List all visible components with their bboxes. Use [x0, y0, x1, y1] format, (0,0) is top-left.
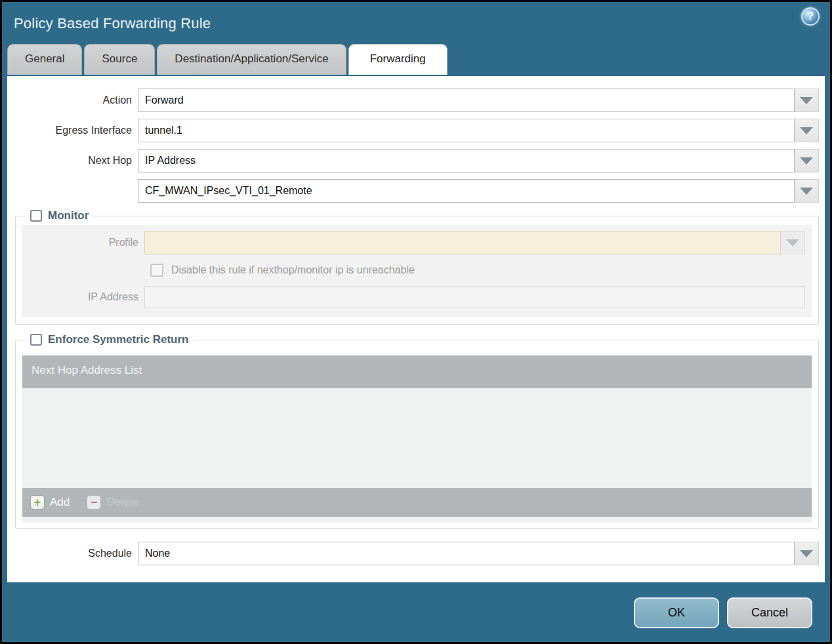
table-bottom-strip	[22, 517, 812, 523]
delete-button-label: Delete	[106, 496, 138, 509]
next-hop-address-table: Next Hop Address List + Add − Delete	[22, 355, 812, 523]
chevron-down-icon	[800, 550, 813, 557]
next-hop-select[interactable]: IP Address	[138, 149, 819, 172]
disable-rule-checkbox	[150, 264, 163, 277]
egress-interface-dropdown-button[interactable]	[795, 119, 819, 142]
symmetric-return-title: Enforce Symmetric Return	[48, 333, 188, 346]
disable-rule-label: Disable this rule if nexthop/monitor ip …	[171, 264, 415, 276]
ok-button[interactable]: OK	[634, 597, 719, 628]
action-value[interactable]: Forward	[138, 89, 795, 112]
monitor-ip-row: IP Address	[22, 286, 805, 308]
next-hop-address-row: CF_MWAN_IPsec_VTI_01_Remote	[15, 179, 819, 203]
schedule-label: Schedule	[15, 548, 138, 559]
egress-interface-value[interactable]: tunnel.1	[138, 119, 795, 142]
egress-interface-label: Egress Interface	[15, 125, 138, 136]
monitor-ip-label: IP Address	[22, 291, 144, 303]
monitor-title: Monitor	[48, 209, 89, 222]
profile-row: Profile	[22, 231, 805, 254]
dialog-titlebar: Policy Based Forwarding Rule ?	[2, 2, 830, 44]
profile-dropdown-button	[781, 231, 805, 254]
delete-button: − Delete	[87, 495, 138, 510]
plus-icon: +	[30, 495, 45, 510]
forwarding-tab-panel: Action Forward Egress Interface tunnel.1…	[7, 76, 825, 582]
add-button-label: Add	[50, 496, 70, 509]
monitor-ip-value	[144, 286, 805, 308]
monitor-checkbox[interactable]	[30, 210, 42, 222]
chevron-down-icon	[800, 127, 813, 134]
help-icon[interactable]: ?	[801, 7, 820, 26]
next-hop-label: Next Hop	[15, 155, 138, 167]
symmetric-return-legend: Enforce Symmetric Return	[26, 333, 192, 346]
tab-forwarding[interactable]: Forwarding	[348, 44, 447, 75]
profile-value	[144, 231, 781, 254]
schedule-dropdown-button[interactable]	[795, 542, 819, 565]
cancel-button[interactable]: Cancel	[727, 597, 812, 628]
chevron-down-icon	[786, 239, 799, 247]
next-hop-address-dropdown-button[interactable]	[795, 179, 819, 203]
next-hop-address-list-toolbar: + Add − Delete	[22, 488, 812, 517]
egress-interface-row: Egress Interface tunnel.1	[15, 119, 819, 142]
egress-interface-select[interactable]: tunnel.1	[138, 119, 819, 142]
monitor-disabled-panel: Profile Disable this rule if nexthop/mon…	[22, 225, 812, 317]
next-hop-address-select[interactable]: CF_MWAN_IPsec_VTI_01_Remote	[138, 179, 819, 203]
next-hop-address-list-body[interactable]	[22, 388, 812, 488]
dialog-title: Policy Based Forwarding Rule	[14, 14, 211, 32]
next-hop-address-list-header: Next Hop Address List	[22, 355, 812, 388]
add-button[interactable]: + Add	[30, 495, 70, 510]
action-dropdown-button[interactable]	[795, 89, 819, 112]
schedule-row: Schedule None	[15, 542, 819, 565]
symmetric-return-group: Enforce Symmetric Return Next Hop Addres…	[15, 333, 819, 529]
minus-icon: −	[87, 495, 101, 510]
action-row: Action Forward	[15, 89, 819, 112]
symmetric-return-checkbox[interactable]	[30, 334, 42, 346]
schedule-value[interactable]: None	[138, 542, 795, 565]
monitor-ip-field	[144, 286, 805, 308]
action-label: Action	[15, 94, 138, 106]
next-hop-dropdown-button[interactable]	[795, 149, 819, 172]
tab-general[interactable]: General	[7, 44, 82, 75]
action-select[interactable]: Forward	[138, 89, 819, 112]
chevron-down-icon	[800, 157, 813, 165]
next-hop-row: Next Hop IP Address	[15, 149, 819, 172]
chevron-down-icon	[800, 188, 813, 195]
tab-bar: General Source Destination/Application/S…	[2, 44, 830, 75]
next-hop-value[interactable]: IP Address	[138, 149, 795, 172]
profile-label: Profile	[22, 237, 144, 249]
next-hop-address-value[interactable]: CF_MWAN_IPsec_VTI_01_Remote	[138, 179, 795, 203]
tab-source[interactable]: Source	[84, 44, 155, 75]
monitor-legend: Monitor	[26, 209, 93, 222]
policy-based-forwarding-dialog: Policy Based Forwarding Rule ? General S…	[0, 0, 832, 644]
dialog-footer: OK Cancel	[634, 597, 812, 628]
chevron-down-icon	[800, 97, 813, 104]
profile-select	[144, 231, 805, 254]
monitor-group: Monitor Profile Disable this rule if nex…	[15, 209, 819, 325]
disable-rule-row: Disable this rule if nexthop/monitor ip …	[150, 264, 805, 277]
tab-destination-application-service[interactable]: Destination/Application/Service	[157, 44, 346, 75]
schedule-select[interactable]: None	[138, 542, 819, 565]
